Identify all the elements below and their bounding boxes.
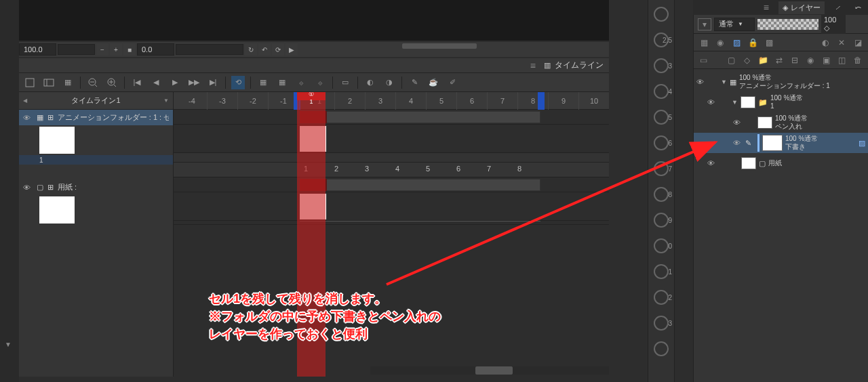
menu-icon[interactable]: ≡: [764, 2, 769, 13]
zoom-out-button[interactable]: [86, 76, 100, 89]
merge-button[interactable]: ⊟: [789, 54, 800, 66]
horizontal-scrollbar[interactable]: [370, 366, 609, 375]
marker-button[interactable]: [654, 84, 669, 99]
cel-block[interactable]: [300, 179, 327, 191]
timeline-ruler[interactable]: -4 -3 -2 -1 1 2 3 4 5 6 7 8 9 10: [174, 92, 609, 110]
new-cel-button[interactable]: ▦: [256, 76, 270, 89]
color-swatch-button[interactable]: ▾: [698, 18, 711, 30]
track-header-paper[interactable]: 👁 ▢ ⊞ 用紙 :: [19, 179, 173, 195]
tab-other[interactable]: ⟋: [830, 2, 846, 13]
expand-icon[interactable]: ⊞: [47, 183, 54, 192]
ref-icon[interactable]: ◉: [714, 37, 726, 49]
cel-thumb[interactable]: [300, 126, 327, 152]
position-input[interactable]: 0.0: [137, 43, 174, 56]
next-frame-button[interactable]: ▶▶: [187, 76, 201, 89]
cel-button[interactable]: ▦: [61, 76, 75, 89]
light-table-button[interactable]: ☕: [427, 76, 440, 89]
opacity-input[interactable]: 100 ◇: [821, 14, 846, 34]
minus-button[interactable]: −: [96, 43, 108, 56]
marker-button[interactable]: [654, 341, 669, 356]
top-controls: 100.0 − + ■ 0.0 ↻ ↶ ⟳ ▶: [19, 42, 609, 57]
track-thumbnail[interactable]: [39, 127, 75, 154]
transfer-button[interactable]: ⇄: [773, 54, 785, 66]
canvas-scrollbar[interactable]: [402, 43, 477, 49]
opacity-slider[interactable]: [757, 19, 818, 30]
play-button[interactable]: ▶: [168, 76, 182, 89]
clip-icon[interactable]: ▦: [698, 37, 710, 49]
skip-button[interactable]: ▶: [285, 43, 298, 56]
canvas-area[interactable]: [19, 0, 609, 41]
edit-button[interactable]: ✐: [446, 76, 459, 89]
zoom-slider[interactable]: [58, 44, 95, 55]
zoom-in-button[interactable]: [105, 76, 119, 89]
layer-color-icon[interactable]: ◪: [852, 37, 864, 49]
stop-button[interactable]: ■: [123, 43, 136, 56]
layer-row-folder-1[interactable]: 👁 ▼ 📁 100 %通常 1: [694, 92, 868, 112]
position-slider[interactable]: [176, 44, 243, 55]
cel-block[interactable]: [300, 111, 327, 123]
timeline-settings-button[interactable]: [42, 76, 56, 89]
cel-thumb[interactable]: [300, 194, 327, 219]
apply-mask-button[interactable]: ◫: [836, 54, 848, 66]
expand-icon[interactable]: ⊞: [47, 113, 54, 122]
blend-mode-select[interactable]: 通常▼: [714, 18, 755, 31]
marker-button[interactable]: [654, 7, 669, 22]
undo-button[interactable]: ↶: [258, 43, 271, 56]
mask-icon[interactable]: ◐: [819, 37, 831, 49]
movie-icon[interactable]: ▭: [698, 54, 709, 66]
marker-button[interactable]: [654, 290, 669, 305]
unlink-button[interactable]: ⟐: [313, 76, 327, 89]
visibility-icon[interactable]: 👁: [696, 78, 706, 86]
new-folder-button[interactable]: 📁: [757, 54, 769, 66]
layer-buttons-row-1: ▦ ◉ ▨ 🔒 ▩ ◐ ✕ ◪: [694, 34, 868, 51]
marker-button[interactable]: [654, 58, 669, 73]
scroll-arrow-icon[interactable]: ▼: [5, 341, 12, 348]
lock-icon[interactable]: 🔒: [747, 37, 759, 49]
draft-icon[interactable]: ▨: [730, 37, 743, 49]
prev-frame-button[interactable]: ◀: [149, 76, 163, 89]
delete-layer-button[interactable]: 🗑: [852, 54, 864, 66]
ruler-icon[interactable]: ✕: [835, 37, 848, 49]
go-start-button[interactable]: |◀: [130, 76, 144, 89]
timeline-selector[interactable]: タイムライン1: [19, 92, 173, 110]
plus-button[interactable]: +: [110, 43, 122, 56]
refresh-button[interactable]: ↻: [245, 43, 257, 56]
onion-settings-button[interactable]: ◑: [382, 76, 396, 89]
select-button[interactable]: ▭: [338, 76, 352, 89]
collapse-icon[interactable]: ▼: [721, 79, 727, 85]
visibility-icon[interactable]: 👁: [23, 184, 33, 192]
onion-button[interactable]: ◐: [363, 76, 377, 89]
loop-button[interactable]: ⟲: [231, 76, 245, 89]
mask-new-button[interactable]: ▣: [821, 54, 832, 66]
cel-spec-button[interactable]: ▦: [275, 76, 289, 89]
combine-button[interactable]: ◉: [805, 54, 816, 66]
scrollbar-thumb[interactable]: [475, 366, 513, 375]
marker-button[interactable]: [654, 110, 669, 125]
visibility-icon[interactable]: 👁: [733, 139, 743, 147]
visibility-icon[interactable]: 👁: [707, 98, 717, 106]
playhead-indicator[interactable]: ① 1: [297, 92, 326, 100]
collapse-icon[interactable]: ▼: [732, 99, 738, 106]
track-thumbnail[interactable]: [39, 196, 75, 224]
menu-icon[interactable]: ≡: [530, 60, 536, 71]
pen-tool-button[interactable]: ✎: [408, 76, 421, 89]
new-vector-layer-button[interactable]: ◇: [741, 54, 753, 66]
layer-blend-controls: ▾ 通常▼ 100 ◇: [694, 15, 868, 34]
visibility-icon[interactable]: 👁: [23, 114, 33, 122]
new-raster-layer-button[interactable]: ▢: [726, 54, 737, 66]
history-button[interactable]: ⟳: [272, 43, 284, 56]
tab-history[interactable]: ⤺: [851, 2, 865, 14]
zoom-input[interactable]: 100.0: [19, 43, 56, 56]
lock-trans-icon[interactable]: ▩: [763, 37, 775, 49]
track-lane[interactable]: [174, 110, 609, 125]
marker-button[interactable]: [654, 316, 669, 331]
tab-layers[interactable]: ◈ レイヤー: [778, 1, 825, 14]
track-header-animation-folder[interactable]: 👁 ▦ ⊞ アニメーションフォルダー : 1 : セ: [19, 110, 173, 125]
layer-row-pen[interactable]: 👁 100 %通常 ペン入れ: [694, 112, 868, 133]
go-end-button[interactable]: ▶|: [206, 76, 220, 89]
new-timeline-button[interactable]: [23, 76, 37, 89]
link-button[interactable]: ⟐: [294, 76, 308, 89]
visibility-icon[interactable]: 👁: [733, 119, 743, 127]
clip-bar[interactable]: [300, 111, 540, 123]
layer-row-animation-folder[interactable]: 👁 ▼ ▦ 100 %通常 アニメーションフォルダー : 1: [694, 72, 868, 92]
